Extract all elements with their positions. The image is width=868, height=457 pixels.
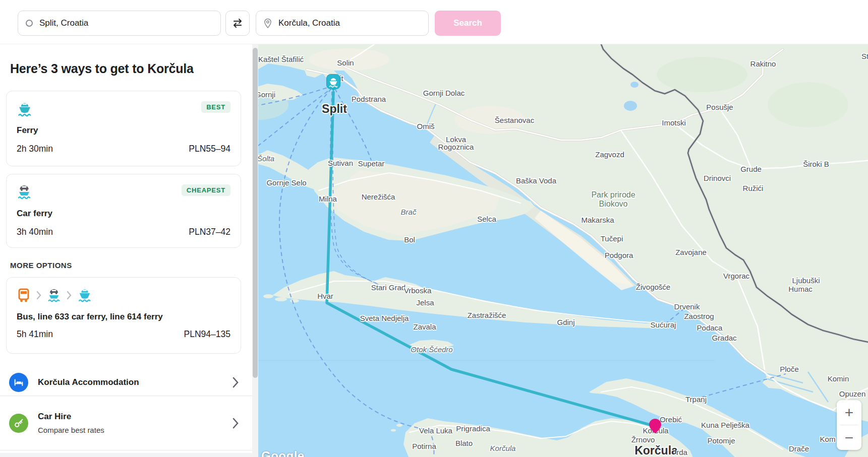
origin-input[interactable] xyxy=(39,18,213,28)
map-label: Ploče xyxy=(780,365,799,373)
swap-button[interactable] xyxy=(225,11,250,36)
map-label: Split xyxy=(322,102,347,116)
map-label: Zavojane xyxy=(675,248,707,256)
route-card-ferry[interactable]: BEST Ferry 2h 30min PLN55–94 xyxy=(6,91,241,166)
map-label: Ljubuški xyxy=(792,276,820,285)
map-label: Sućuraj xyxy=(651,320,676,329)
map-label: Gradac xyxy=(712,334,736,342)
search-header: Search xyxy=(0,0,868,44)
map-label: Zastražišće xyxy=(468,311,506,319)
map-label: Humac xyxy=(788,285,813,293)
map-zoom-control: + − xyxy=(837,400,861,450)
origin-ferry-marker[interactable] xyxy=(326,74,341,94)
map-label: Makarska xyxy=(581,216,614,224)
ferry-icon xyxy=(77,287,92,304)
zoom-out-button[interactable]: − xyxy=(837,425,861,450)
route-duration: 3h 40min xyxy=(17,227,53,237)
map-label: rda xyxy=(676,448,687,456)
map-label: Selca xyxy=(477,215,496,223)
scrollbar-thumb[interactable] xyxy=(253,48,258,378)
map-label: Zagvozd xyxy=(595,150,624,159)
chevron-right-icon xyxy=(233,418,239,429)
bus-icon xyxy=(17,288,31,303)
map-label: Omiš xyxy=(417,122,435,130)
map-label: Sutivan xyxy=(328,159,353,167)
route-duration: 5h 41min xyxy=(17,329,53,340)
map-label: Komin xyxy=(828,374,849,383)
map-label: Supetar xyxy=(358,159,385,168)
map-label: Posušje xyxy=(706,103,733,111)
map-label: Rogoznica xyxy=(438,143,474,151)
car-hire-link[interactable]: Car Hire Compare best rates xyxy=(0,396,252,450)
map-label: Žrnovo xyxy=(631,435,655,444)
accommodation-link[interactable]: Korčula Accommodation xyxy=(0,369,252,396)
map-label: Otok Šćedro xyxy=(411,345,452,354)
map-label: Gornji Dolac xyxy=(423,89,465,97)
map-label: Potomje xyxy=(707,436,735,445)
map-label: Zaostrog xyxy=(684,312,714,320)
map-label: Gornji xyxy=(258,90,275,99)
destination-input[interactable] xyxy=(278,18,421,28)
map-canvas[interactable]: Kaštel ŠtafilićSolinSplitSplitGornjiPods… xyxy=(258,44,868,457)
map-label: Solin xyxy=(337,58,354,67)
map-label: Milna xyxy=(319,194,337,203)
map-label: Drvenik xyxy=(674,302,700,311)
map-label: Korčula xyxy=(490,444,516,452)
route-card-car-ferry[interactable]: CHEAPEST Car ferry 3h 40min PLN37–42 xyxy=(6,174,241,248)
map-label: Kaštel Štafilić xyxy=(258,55,304,63)
bed-icon xyxy=(9,373,28,392)
chevron-separator-icon xyxy=(66,290,73,301)
map-label: Blato xyxy=(455,439,473,447)
sidebar-scrollbar[interactable] xyxy=(252,44,258,457)
route-card-combined[interactable]: Bus, line 633 car ferry, line 614 ferry … xyxy=(6,277,241,354)
map-label: Park prirode xyxy=(591,190,635,200)
route-duration: 2h 30min xyxy=(17,144,53,154)
car-hire-label: Car Hire xyxy=(38,412,233,422)
map-label: Orebić xyxy=(660,415,682,424)
map-label: Podaca xyxy=(697,323,723,332)
origin-circle-icon xyxy=(25,19,33,27)
map-label: Kom xyxy=(820,435,836,443)
origin-field[interactable] xyxy=(18,11,221,36)
zoom-in-button[interactable]: + xyxy=(837,400,861,425)
map-label: Brač xyxy=(401,208,417,216)
destination-field[interactable] xyxy=(256,11,429,36)
map-label: Potirna xyxy=(412,442,436,450)
more-options-heading: MORE OPTIONS xyxy=(10,261,72,270)
route-name: Car ferry xyxy=(17,209,230,219)
map-label: Drinovci xyxy=(704,174,731,182)
search-button[interactable]: Search xyxy=(435,11,501,36)
map-label: Jelsa xyxy=(416,298,434,307)
map-label: Imotski xyxy=(662,118,686,127)
route-price: PLN94–135 xyxy=(184,329,230,340)
map-label: Široki B xyxy=(803,160,829,168)
map-label: Tučepi xyxy=(601,234,623,243)
map-label: Podgora xyxy=(605,251,633,259)
map-label: Biokovo xyxy=(599,200,628,209)
route-name: Bus, line 633 car ferry, line 614 ferry xyxy=(17,312,230,322)
page-title: Here’s 3 ways to get to Korčula xyxy=(10,61,194,76)
divider xyxy=(0,450,252,450)
map-label: Šolta xyxy=(258,154,274,163)
route-name: Ferry xyxy=(17,125,230,136)
map-label: Podstrana xyxy=(352,95,386,103)
map-label: Bol xyxy=(404,235,415,244)
map-label: Nerežišća xyxy=(362,192,395,201)
map-label: Zavala xyxy=(413,322,436,331)
chevron-right-icon xyxy=(233,377,239,388)
map-label: St xyxy=(861,52,868,60)
map-label: Vrboska xyxy=(404,286,431,295)
map-label: Sveta Nedjelja xyxy=(360,314,409,322)
map-label: Baška Voda xyxy=(516,176,556,185)
car-hire-sublabel: Compare best rates xyxy=(38,426,233,434)
destination-pin[interactable] xyxy=(649,419,661,436)
next-section-edge xyxy=(0,453,252,457)
cheapest-badge: CHEAPEST xyxy=(182,184,230,196)
map-label: Korčula xyxy=(634,444,678,457)
map-label: Trpanj xyxy=(685,395,707,404)
map-label: Stari Grad xyxy=(371,283,406,292)
map-base-layer xyxy=(258,44,868,457)
route-price: PLN55–94 xyxy=(189,144,230,154)
swap-icon xyxy=(232,17,244,29)
map-label: Kuna Pelješka xyxy=(701,421,749,429)
